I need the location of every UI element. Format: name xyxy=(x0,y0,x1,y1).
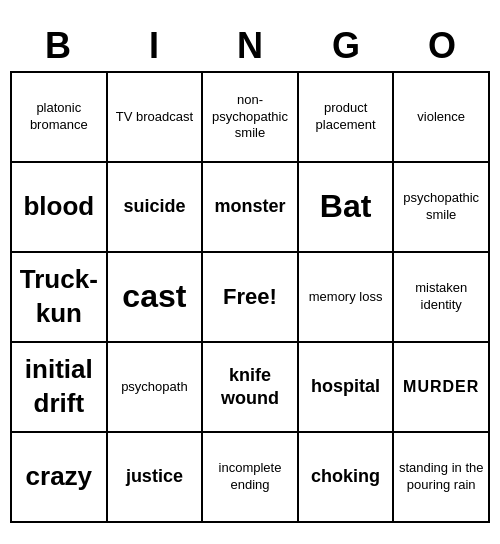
bingo-cell: memory loss xyxy=(299,253,395,343)
bingo-cell: non-psychopathic smile xyxy=(203,73,299,163)
bingo-cell: mistaken identity xyxy=(394,253,490,343)
bingo-cell: choking xyxy=(299,433,395,523)
bingo-cell: incomplete ending xyxy=(203,433,299,523)
bingo-letter: I xyxy=(106,21,202,71)
bingo-cell: justice xyxy=(108,433,204,523)
bingo-cell: cast xyxy=(108,253,204,343)
bingo-cell: platonic bromance xyxy=(12,73,108,163)
bingo-header: BINGO xyxy=(10,21,490,71)
bingo-cell: Truck-kun xyxy=(12,253,108,343)
bingo-cell: TV broadcast xyxy=(108,73,204,163)
bingo-cell: product placement xyxy=(299,73,395,163)
bingo-cell: blood xyxy=(12,163,108,253)
bingo-letter: G xyxy=(298,21,394,71)
bingo-cell: initial drift xyxy=(12,343,108,433)
bingo-cell: psychopathic smile xyxy=(394,163,490,253)
bingo-cell: crazy xyxy=(12,433,108,523)
bingo-cell: MURDER xyxy=(394,343,490,433)
bingo-cell: knife wound xyxy=(203,343,299,433)
bingo-cell: psychopath xyxy=(108,343,204,433)
bingo-letter: B xyxy=(10,21,106,71)
bingo-cell: Free! xyxy=(203,253,299,343)
bingo-grid: platonic bromanceTV broadcastnon-psychop… xyxy=(10,71,490,523)
bingo-cell: hospital xyxy=(299,343,395,433)
bingo-letter: O xyxy=(394,21,490,71)
bingo-cell: standing in the pouring rain xyxy=(394,433,490,523)
bingo-cell: violence xyxy=(394,73,490,163)
bingo-letter: N xyxy=(202,21,298,71)
bingo-cell: suicide xyxy=(108,163,204,253)
bingo-cell: Bat xyxy=(299,163,395,253)
bingo-card: BINGO platonic bromanceTV broadcastnon-p… xyxy=(10,21,490,523)
bingo-cell: monster xyxy=(203,163,299,253)
